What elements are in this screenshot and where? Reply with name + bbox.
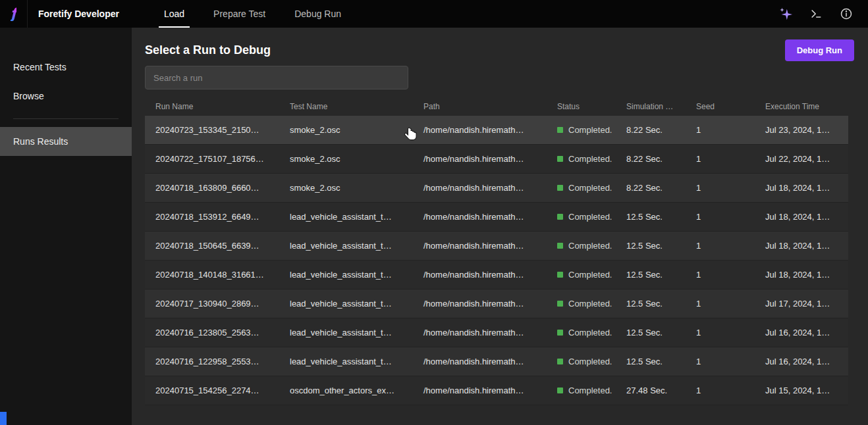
run-name-cell: 20240722_175107_18756… bbox=[145, 154, 279, 164]
execution-time-cell: Jul 15, 2024, 1… bbox=[755, 386, 848, 395]
run-name-cell: 20240717_130940_2869… bbox=[145, 299, 279, 309]
simulation-time-cell: 27.48 Sec. bbox=[616, 386, 686, 395]
table-row[interactable]: 20240716_122958_2553… lead_vehicle_assis… bbox=[145, 347, 848, 376]
status-completed-icon bbox=[557, 301, 563, 307]
table-row[interactable]: 20240718_150645_6639… lead_vehicle_assis… bbox=[145, 232, 848, 261]
status-completed-icon bbox=[557, 272, 563, 278]
ai-sparkle-icon[interactable] bbox=[777, 5, 794, 22]
status-label: Completed. bbox=[568, 125, 612, 135]
status-label: Completed. bbox=[568, 357, 612, 366]
table-row[interactable]: 20240716_123805_2563… lead_vehicle_assis… bbox=[145, 318, 848, 347]
path-cell: /home/nandish.hiremath… bbox=[413, 154, 547, 164]
column-header-test-name[interactable]: Test Name bbox=[279, 102, 413, 111]
search-row bbox=[132, 62, 868, 97]
test-name-cell: lead_vehicle_assistant_t… bbox=[279, 212, 413, 222]
test-name-cell: oscdom_other_actors_ex… bbox=[279, 386, 413, 395]
status-completed-icon bbox=[557, 127, 563, 133]
topbar: ƒ Foretify Developer Load Prepare Test D… bbox=[0, 0, 868, 28]
simulation-time-cell: 8.22 Sec. bbox=[616, 183, 686, 193]
simulation-time-cell: 8.22 Sec. bbox=[616, 125, 686, 135]
table-row[interactable]: 20240715_154256_2274… oscdom_other_actor… bbox=[145, 376, 848, 405]
status-completed-icon bbox=[557, 156, 563, 162]
runs-table: Run Name Test Name Path Status Simulatio… bbox=[145, 97, 848, 405]
status-completed-icon bbox=[557, 243, 563, 249]
status-label: Completed. bbox=[568, 386, 612, 395]
table-row[interactable]: 20240722_175107_18756… smoke_2.osc /home… bbox=[145, 145, 848, 174]
seed-cell: 1 bbox=[686, 154, 755, 164]
column-header-path[interactable]: Path bbox=[413, 102, 547, 111]
status-cell: Completed. bbox=[547, 386, 616, 395]
seed-cell: 1 bbox=[686, 270, 755, 280]
table-header: Run Name Test Name Path Status Simulatio… bbox=[145, 97, 848, 116]
status-cell: Completed. bbox=[547, 328, 616, 338]
test-name-cell: lead_vehicle_assistant_t… bbox=[279, 328, 413, 338]
status-label: Completed. bbox=[568, 154, 612, 164]
column-header-execution-time[interactable]: Execution Time bbox=[755, 102, 848, 111]
sidebar-item-recent-tests[interactable]: Recent Tests bbox=[0, 53, 132, 82]
sidebar-item-browse[interactable]: Browse bbox=[0, 82, 132, 111]
path-cell: /home/nandish.hiremath… bbox=[413, 241, 547, 251]
table-row[interactable]: 20240718_163809_6660… smoke_2.osc /home/… bbox=[145, 174, 848, 203]
path-cell: /home/nandish.hiremath… bbox=[413, 212, 547, 222]
foretify-logo-icon: ƒ bbox=[11, 7, 17, 21]
status-completed-icon bbox=[557, 185, 563, 191]
status-completed-icon bbox=[557, 330, 563, 336]
debug-run-button[interactable]: Debug Run bbox=[785, 39, 854, 61]
execution-time-cell: Jul 23, 2024, 1… bbox=[755, 125, 848, 135]
status-cell: Completed. bbox=[547, 125, 616, 135]
foretify-logo[interactable]: ƒ bbox=[0, 0, 28, 28]
table-row[interactable]: 20240718_140148_31661… lead_vehicle_assi… bbox=[145, 261, 848, 289]
tab-debug-run[interactable]: Debug Run bbox=[280, 0, 356, 28]
execution-time-cell: Jul 18, 2024, 1… bbox=[755, 270, 848, 280]
search-input[interactable] bbox=[145, 66, 408, 89]
sidebar-divider bbox=[13, 118, 119, 119]
column-header-seed[interactable]: Seed bbox=[686, 102, 755, 111]
status-cell: Completed. bbox=[547, 270, 616, 280]
execution-time-cell: Jul 22, 2024, 1… bbox=[755, 154, 848, 164]
info-icon[interactable] bbox=[838, 5, 855, 22]
path-cell: /home/nandish.hiremath… bbox=[413, 328, 547, 338]
execution-time-cell: Jul 16, 2024, 1… bbox=[755, 328, 848, 338]
seed-cell: 1 bbox=[686, 328, 755, 338]
run-name-cell: 20240718_140148_31661… bbox=[145, 270, 279, 280]
test-name-cell: smoke_2.osc bbox=[279, 125, 413, 135]
status-label: Completed. bbox=[568, 328, 612, 338]
top-nav-tabs: Load Prepare Test Debug Run bbox=[149, 0, 356, 28]
column-header-run-name[interactable]: Run Name bbox=[145, 102, 279, 111]
test-name-cell: lead_vehicle_assistant_t… bbox=[279, 299, 413, 309]
page-title: Select a Run to Debug bbox=[145, 43, 271, 57]
status-cell: Completed. bbox=[547, 299, 616, 309]
column-header-status[interactable]: Status bbox=[547, 102, 616, 111]
tab-load[interactable]: Load bbox=[149, 0, 199, 28]
table-body: 20240723_153345_2150… smoke_2.osc /home/… bbox=[145, 116, 848, 405]
simulation-time-cell: 12.5 Sec. bbox=[616, 328, 686, 338]
sidebar: Recent Tests Browse Runs Results bbox=[0, 28, 132, 425]
run-name-cell: 20240718_153912_6649… bbox=[145, 212, 279, 222]
sidebar-item-runs-results[interactable]: Runs Results bbox=[0, 127, 132, 156]
column-header-simulation-time[interactable]: Simulation T… bbox=[616, 102, 686, 111]
path-cell: /home/nandish.hiremath… bbox=[413, 357, 547, 366]
test-name-cell: smoke_2.osc bbox=[279, 183, 413, 193]
status-completed-icon bbox=[557, 388, 563, 393]
status-cell: Completed. bbox=[547, 241, 616, 251]
corner-blue-marker bbox=[0, 412, 7, 425]
status-completed-icon bbox=[557, 214, 563, 220]
seed-cell: 1 bbox=[686, 125, 755, 135]
table-row[interactable]: 20240718_153912_6649… lead_vehicle_assis… bbox=[145, 203, 848, 232]
terminal-icon[interactable] bbox=[807, 5, 825, 22]
status-cell: Completed. bbox=[547, 212, 616, 222]
run-name-cell: 20240716_123805_2563… bbox=[145, 328, 279, 338]
tab-prepare-test[interactable]: Prepare Test bbox=[199, 0, 280, 28]
table-row[interactable]: 20240723_153345_2150… smoke_2.osc /home/… bbox=[145, 116, 848, 145]
status-cell: Completed. bbox=[547, 183, 616, 193]
seed-cell: 1 bbox=[686, 299, 755, 309]
table-row[interactable]: 20240717_130940_2869… lead_vehicle_assis… bbox=[145, 289, 848, 318]
seed-cell: 1 bbox=[686, 212, 755, 222]
run-name-cell: 20240715_154256_2274… bbox=[145, 386, 279, 395]
test-name-cell: lead_vehicle_assistant_t… bbox=[279, 241, 413, 251]
path-cell: /home/nandish.hiremath… bbox=[413, 270, 547, 280]
path-cell: /home/nandish.hiremath… bbox=[413, 386, 547, 395]
status-cell: Completed. bbox=[547, 154, 616, 164]
simulation-time-cell: 12.5 Sec. bbox=[616, 270, 686, 280]
status-label: Completed. bbox=[568, 270, 612, 280]
